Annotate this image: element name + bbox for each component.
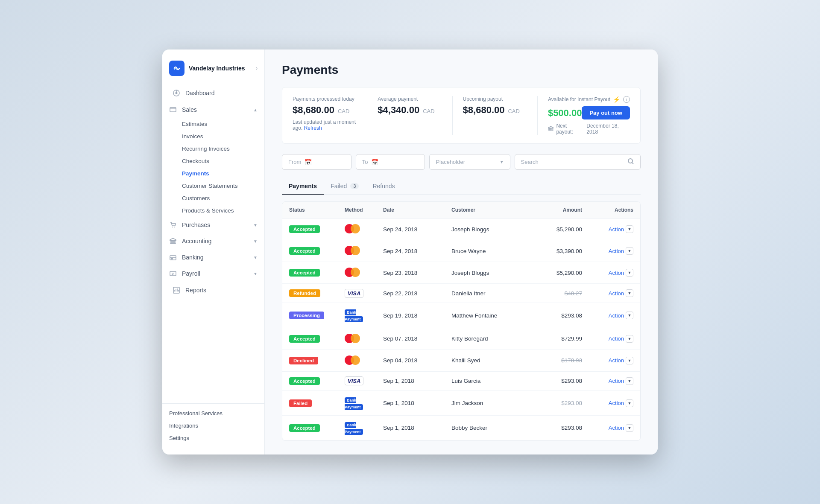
td-method: BankPayment: [345, 309, 383, 322]
reports-icon: [173, 286, 180, 294]
action-button[interactable]: Action ▼: [609, 225, 633, 233]
td-status: Accepted: [289, 225, 345, 233]
th-customer: Customer: [451, 207, 527, 213]
calendar-from-icon: 📅: [305, 159, 312, 166]
sidebar-section-banking[interactable]: Banking ▼: [162, 249, 264, 265]
sidebar-section-payroll[interactable]: Payroll ▼: [162, 265, 264, 282]
sidebar-section-purchases[interactable]: Purchases ▼: [162, 217, 264, 233]
td-amount: $293.08: [527, 378, 582, 384]
action-button[interactable]: Action ▼: [609, 399, 633, 407]
to-date-label: To: [362, 159, 368, 165]
action-button[interactable]: Action ▼: [609, 377, 633, 385]
filter-dropdown-label: Placeholder: [436, 159, 465, 165]
svg-point-1: [176, 92, 178, 94]
action-button[interactable]: Action ▼: [609, 247, 633, 255]
instant-payout-label: Available for Instant Payout ⚡: [548, 96, 620, 103]
th-status: Status: [289, 207, 345, 213]
accounting-icon: [169, 237, 177, 245]
td-actions: Action ▼: [582, 357, 633, 364]
purchases-chevron-icon: ▼: [253, 223, 258, 227]
search-input[interactable]: Search: [515, 154, 641, 170]
sidebar-item-customer-statements[interactable]: Customer Statements: [162, 180, 264, 192]
action-button[interactable]: Action ▼: [609, 269, 633, 277]
td-actions: Action ▼: [582, 312, 633, 319]
to-date-input[interactable]: To 📅: [356, 154, 425, 170]
td-date: Sep 24, 2018: [383, 226, 451, 233]
td-actions: Action ▼: [582, 399, 633, 407]
td-customer: Joseph Bloggs: [451, 226, 527, 233]
action-chevron-icon: ▼: [626, 399, 633, 407]
company-chevron-icon: ›: [256, 65, 258, 71]
td-method: VISA: [345, 378, 383, 384]
table-row: Accepted Sep 24, 2018 Joseph Bloggs $5,2…: [282, 218, 640, 240]
filter-dropdown[interactable]: Placeholder ▼: [429, 154, 510, 170]
sidebar-item-professional-services[interactable]: Professional Services: [162, 407, 264, 420]
td-customer: Bruce Wayne: [451, 248, 527, 254]
table-row: Accepted BankPayment Sep 1, 2018 Bobby B…: [282, 416, 640, 440]
action-button[interactable]: Action ▼: [609, 424, 633, 432]
mastercard-icon: [345, 246, 360, 256]
stat-upcoming-payout: Upcoming payout $8,680.00 CAD: [452, 96, 537, 135]
page-title: Payments: [282, 63, 641, 77]
action-chevron-icon: ▼: [626, 357, 633, 364]
td-status: Refunded: [289, 289, 345, 297]
td-actions: Action ▼: [582, 269, 633, 277]
visa-icon: VISA: [345, 289, 363, 298]
reports-label: Reports: [185, 287, 206, 294]
sidebar-item-reports[interactable]: Reports: [166, 282, 261, 298]
pay-out-button[interactable]: Pay out now: [582, 106, 630, 119]
stat-processed-today: Payments processed today $8,680.00 CAD L…: [293, 96, 367, 135]
sidebar-item-payments[interactable]: Payments: [162, 167, 264, 180]
company-selector[interactable]: Vandelay Industries ›: [162, 56, 264, 84]
td-status: Accepted: [289, 335, 345, 343]
status-badge: Accepted: [289, 335, 320, 343]
td-amount: $40.27: [527, 290, 582, 297]
action-chevron-icon: ▼: [626, 377, 633, 385]
sidebar-item-customers[interactable]: Customers: [162, 192, 264, 204]
sidebar-item-dashboard[interactable]: Dashboard: [166, 85, 261, 101]
sidebar-item-invoices[interactable]: Invoices: [162, 130, 264, 143]
td-amount: $293.08: [527, 400, 582, 406]
table-row: Accepted Sep 07, 2018 Kitty Boregard $72…: [282, 328, 640, 350]
company-logo: [169, 61, 184, 76]
svg-point-5: [172, 227, 173, 227]
sidebar-item-products-services[interactable]: Products & Services: [162, 204, 264, 217]
sidebar-footer: Professional Services Integrations Setti…: [162, 403, 264, 448]
tab-failed[interactable]: Failed 3: [324, 178, 366, 195]
mastercard-icon: [345, 334, 360, 344]
accounting-label: Accounting: [182, 238, 211, 245]
action-button[interactable]: Action ▼: [609, 289, 633, 297]
sidebar-item-settings[interactable]: Settings: [162, 432, 264, 444]
stat-average-label: Average payment: [378, 96, 442, 102]
from-date-input[interactable]: From 📅: [282, 154, 351, 170]
sidebar-item-checkouts[interactable]: Checkouts: [162, 155, 264, 167]
action-button[interactable]: Action ▼: [609, 335, 633, 343]
svg-rect-9: [174, 241, 175, 243]
action-button[interactable]: Action ▼: [609, 312, 633, 319]
stat-upcoming-label: Upcoming payout: [463, 96, 527, 102]
bank-icon: [548, 126, 554, 132]
calendar-to-icon: 📅: [371, 159, 378, 166]
stat-upcoming-value: $8,680.00: [463, 105, 505, 116]
sidebar-item-integrations[interactable]: Integrations: [162, 420, 264, 432]
sidebar-section-sales[interactable]: Sales ▲: [162, 102, 264, 118]
info-icon[interactable]: i: [623, 96, 630, 103]
td-amount: $729.99: [527, 335, 582, 342]
sidebar-item-recurring-invoices[interactable]: Recurring Invoices: [162, 143, 264, 155]
stat-average-value: $4,340.00: [378, 105, 419, 116]
td-status: Accepted: [289, 269, 345, 277]
td-date: Sep 23, 2018: [383, 270, 451, 276]
tab-refunds[interactable]: Refunds: [366, 178, 401, 195]
stat-processed-currency: CAD: [338, 108, 349, 114]
action-button[interactable]: Action ▼: [609, 357, 633, 364]
sidebar-item-estimates[interactable]: Estimates: [162, 118, 264, 130]
svg-point-25: [628, 159, 633, 163]
lightning-icon: ⚡: [613, 96, 620, 103]
sidebar-section-accounting[interactable]: Accounting ▼: [162, 233, 264, 249]
tab-payments[interactable]: Payments: [282, 178, 324, 195]
dashboard-label: Dashboard: [185, 90, 215, 96]
search-icon[interactable]: [627, 158, 634, 166]
td-amount: $5,290.00: [527, 226, 582, 233]
refresh-link[interactable]: Refresh: [304, 125, 322, 131]
svg-rect-12: [171, 258, 173, 259]
